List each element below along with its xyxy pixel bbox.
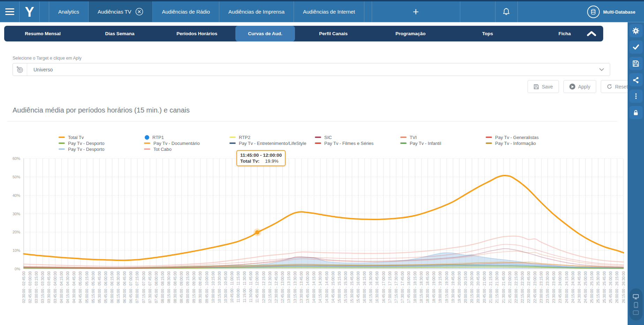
x-axis-labels: 02:30:00 - 02:45:0002:45:00 - 03:00:0003… bbox=[22, 271, 626, 303]
svg-text:20:45:00 - 21:00:00: 20:45:00 - 21:00:00 bbox=[482, 271, 486, 303]
svg-text:08:45:00 - 09:00:00: 08:45:00 - 09:00:00 bbox=[179, 271, 183, 303]
svg-text:11:15:00 - 11:30:00: 11:15:00 - 11:30:00 bbox=[242, 271, 247, 303]
legend-swatch-dash bbox=[400, 142, 407, 144]
legend-item[interactable]: Pay Tv - Documentário bbox=[144, 140, 229, 146]
svg-text:16:45:00 - 17:00:00: 16:45:00 - 17:00:00 bbox=[381, 271, 386, 303]
tab-curvas-de-aud[interactable]: Curvas de Aud. bbox=[235, 26, 295, 41]
tab-audiencias-radio[interactable]: Audiências de Rádio bbox=[153, 1, 219, 22]
legend-item[interactable]: Pay Tv - Infantil bbox=[400, 140, 486, 146]
legend-label: Pay Tv - Desporto bbox=[68, 147, 105, 152]
app-logo[interactable]: Y bbox=[20, 1, 40, 22]
svg-text:22:45:00 - 23:00:00: 22:45:00 - 23:00:00 bbox=[533, 271, 537, 303]
svg-text:13:45:00 - 14:00:00: 13:45:00 - 14:00:00 bbox=[305, 271, 310, 303]
tablet-preview-button[interactable] bbox=[633, 310, 639, 315]
chart-area: 0%10%20%30%40%50%60%02:30:00 - 02:45:000… bbox=[9, 156, 627, 317]
collapse-nav-button[interactable] bbox=[587, 26, 596, 41]
svg-text:22:00:00 - 22:15:00: 22:00:00 - 22:15:00 bbox=[514, 271, 518, 303]
legend-swatch-dash bbox=[144, 142, 150, 144]
legend-item[interactable]: Pay Tv - Entretenimento/LifeStyle bbox=[229, 140, 315, 146]
more-options-button[interactable] bbox=[629, 90, 643, 103]
svg-text:18:15:00 - 18:30:00: 18:15:00 - 18:30:00 bbox=[419, 271, 423, 303]
svg-text:25:15:00 - 25:30:00: 25:15:00 - 25:30:00 bbox=[596, 271, 600, 303]
legend-swatch-dash bbox=[400, 137, 407, 138]
svg-text:19:15:00 - 19:30:00: 19:15:00 - 19:30:00 bbox=[445, 271, 449, 303]
legend-item[interactable]: SIC bbox=[315, 134, 400, 140]
settings-button[interactable] bbox=[629, 24, 643, 37]
svg-text:11:30:00 - 11:45:00: 11:30:00 - 11:45:00 bbox=[249, 271, 253, 303]
svg-text:20:15:00 - 20:30:00: 20:15:00 - 20:30:00 bbox=[470, 271, 474, 303]
chart-series bbox=[24, 176, 623, 269]
target-select[interactable]: Universo bbox=[13, 63, 610, 76]
series-line-total-tv-13[interactable] bbox=[24, 176, 623, 260]
legend-item[interactable]: Pay Tv - Desporto bbox=[59, 140, 144, 146]
tab-audiencias-tv[interactable]: Audiências TV bbox=[89, 1, 153, 22]
svg-text:23:45:00 - 24:00:00: 23:45:00 - 24:00:00 bbox=[558, 271, 562, 303]
svg-text:06:45:00 - 07:00:00: 06:45:00 - 07:00:00 bbox=[129, 271, 133, 303]
tab-perfil-canais[interactable]: Perfil Canais bbox=[295, 26, 372, 41]
svg-text:25:00:00 - 25:15:00: 25:00:00 - 25:15:00 bbox=[590, 271, 594, 303]
svg-text:15:15:00 - 15:30:00: 15:15:00 - 15:30:00 bbox=[343, 271, 348, 303]
add-tab-button[interactable]: + bbox=[372, 1, 460, 22]
tab-analytics[interactable]: Analytics bbox=[49, 1, 89, 22]
legend-item[interactable]: Pay Tv - Generalistas bbox=[486, 134, 571, 140]
notifications-button[interactable] bbox=[495, 1, 517, 22]
tab-resumo-mensal[interactable]: Resumo Mensal bbox=[4, 26, 81, 41]
tab-programacao[interactable]: Programação bbox=[372, 26, 449, 41]
svg-text:23:30:00 - 23:45:00: 23:30:00 - 23:45:00 bbox=[552, 271, 556, 303]
legend-label: RTP2 bbox=[239, 135, 250, 140]
tab-periodos-horarios[interactable]: Períodos Horários bbox=[158, 26, 235, 41]
svg-text:09:15:00 - 09:30:00: 09:15:00 - 09:30:00 bbox=[192, 271, 196, 303]
highlighted-point[interactable] bbox=[255, 230, 259, 234]
svg-text:12:30:00 - 12:45:00: 12:30:00 - 12:45:00 bbox=[274, 271, 278, 303]
legend-item[interactable]: TVI bbox=[400, 134, 486, 140]
svg-text:18:45:00 - 19:00:00: 18:45:00 - 19:00:00 bbox=[432, 271, 436, 303]
tab-tops[interactable]: Tops bbox=[449, 26, 526, 41]
tab-audiencias-internet[interactable]: Audiências de Internet bbox=[294, 1, 364, 22]
svg-text:20:00:00 - 20:15:00: 20:00:00 - 20:15:00 bbox=[463, 271, 468, 303]
legend-item[interactable]: Pay Tv - Filmes e Séries bbox=[315, 140, 400, 146]
mobile-preview-button[interactable] bbox=[634, 302, 638, 308]
svg-text:03:15:00 - 03:30:00: 03:15:00 - 03:30:00 bbox=[40, 271, 45, 303]
svg-text:0%: 0% bbox=[15, 267, 20, 271]
svg-text:07:15:00 - 07:30:00: 07:15:00 - 07:30:00 bbox=[142, 271, 146, 303]
svg-text:06:30:00 - 06:45:00: 06:30:00 - 06:45:00 bbox=[122, 271, 127, 303]
desktop-preview-button[interactable] bbox=[633, 294, 639, 300]
check-icon bbox=[632, 44, 639, 51]
save-button[interactable]: Save bbox=[528, 80, 559, 93]
svg-text:21:45:00 - 22:00:00: 21:45:00 - 22:00:00 bbox=[508, 271, 512, 303]
lock-icon bbox=[632, 109, 639, 116]
apply-button[interactable]: Apply bbox=[563, 80, 596, 93]
legend-item[interactable]: Tot Cabo bbox=[144, 146, 229, 152]
svg-text:10:45:00 - 11:00:00: 10:45:00 - 11:00:00 bbox=[230, 271, 234, 303]
legend-item[interactable]: Pay Tv - Desporto bbox=[59, 146, 144, 152]
svg-text:14:15:00 - 14:30:00: 14:15:00 - 14:30:00 bbox=[318, 271, 322, 303]
svg-text:10:30:00 - 10:45:00: 10:30:00 - 10:45:00 bbox=[223, 271, 228, 303]
legend-item[interactable]: RTP1 bbox=[144, 134, 229, 140]
legend-label: Pay Tv - Filmes e Séries bbox=[324, 141, 373, 146]
legend-swatch-dash bbox=[59, 148, 65, 150]
legend-item[interactable]: Pay Tv - Informação bbox=[486, 140, 571, 146]
legend-item[interactable]: RTP2 bbox=[229, 134, 315, 140]
chevron-up-icon bbox=[587, 31, 596, 36]
close-tab-icon[interactable] bbox=[135, 8, 143, 16]
svg-text:05:30:00 - 05:45:00: 05:30:00 - 05:45:00 bbox=[97, 271, 101, 303]
svg-text:15:30:00 - 15:45:00: 15:30:00 - 15:45:00 bbox=[350, 271, 354, 303]
legend-item[interactable]: Total Tv bbox=[59, 134, 144, 140]
save-view-button[interactable] bbox=[629, 57, 643, 70]
chart-section-title: Audiência média por períodos horários (1… bbox=[13, 106, 190, 114]
lock-button[interactable] bbox=[629, 106, 643, 119]
chart-legend: Total TvRTP1RTP2SICTVIPay Tv - Generalis… bbox=[59, 134, 571, 152]
tab-audiencias-imprensa[interactable]: Audiências de Imprensa bbox=[219, 1, 294, 22]
svg-text:14:45:00 - 15:00:00: 14:45:00 - 15:00:00 bbox=[331, 271, 335, 303]
svg-text:22:30:00 - 22:45:00: 22:30:00 - 22:45:00 bbox=[526, 271, 531, 303]
share-button[interactable] bbox=[629, 73, 643, 86]
action-buttons: Save Apply Reset bbox=[528, 80, 634, 93]
database-selector[interactable]: Multi-Database bbox=[582, 1, 641, 22]
svg-text:24:30:00 - 24:45:00: 24:30:00 - 24:45:00 bbox=[577, 271, 581, 303]
svg-text:05:15:00 - 05:30:00: 05:15:00 - 05:30:00 bbox=[91, 271, 95, 303]
svg-text:15:45:00 - 16:00:00: 15:45:00 - 16:00:00 bbox=[356, 271, 360, 303]
tab-dias-semana[interactable]: Dias Semana bbox=[81, 26, 158, 41]
main-menu-button[interactable] bbox=[0, 1, 20, 22]
legend-label: RTP1 bbox=[152, 135, 164, 140]
confirm-button[interactable] bbox=[629, 40, 643, 54]
